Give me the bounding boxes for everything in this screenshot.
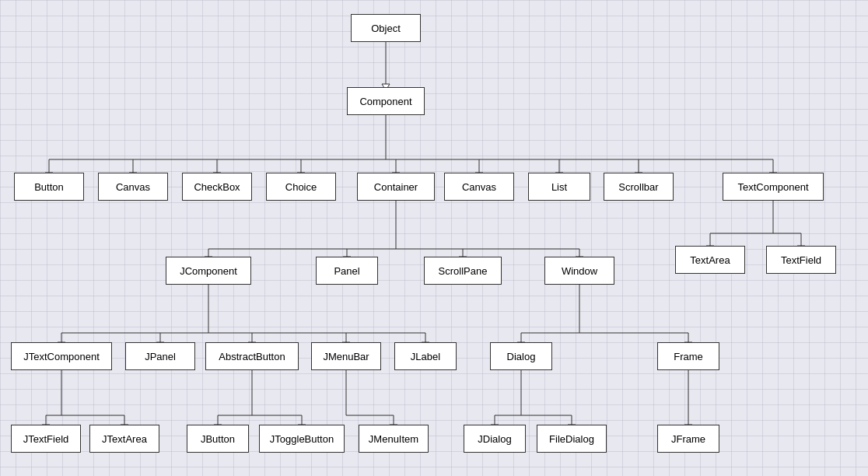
- node-jmenubar: JMenuBar: [311, 342, 381, 370]
- node-jtogglebutton: JToggleButton: [259, 425, 345, 453]
- node-jpanel: JPanel: [125, 342, 195, 370]
- node-container: Container: [357, 173, 435, 201]
- node-jbutton: JButton: [187, 425, 249, 453]
- node-jmenuitem: JMenuItem: [359, 425, 429, 453]
- node-textcomponent: TextComponent: [723, 173, 824, 201]
- node-canvas2: Canvas: [444, 173, 514, 201]
- node-dialog: Dialog: [490, 342, 552, 370]
- node-canvas1: Canvas: [98, 173, 168, 201]
- node-scrollpane: ScrollPane: [424, 257, 502, 285]
- node-jframe: JFrame: [657, 425, 719, 453]
- node-jcomponent: JComponent: [166, 257, 251, 285]
- node-window: Window: [544, 257, 614, 285]
- node-jtextcomponent: JTextComponent: [11, 342, 112, 370]
- node-object: Object: [351, 14, 421, 42]
- node-frame: Frame: [657, 342, 719, 370]
- node-textfield: TextField: [766, 246, 836, 274]
- node-abstractbutton: AbstractButton: [205, 342, 299, 370]
- node-jtextarea: JTextArea: [89, 425, 159, 453]
- node-filedialog: FileDialog: [537, 425, 607, 453]
- node-textarea: TextArea: [675, 246, 745, 274]
- node-component: Component: [347, 87, 425, 115]
- node-checkbox: CheckBox: [182, 173, 252, 201]
- node-list: List: [528, 173, 590, 201]
- node-panel: Panel: [316, 257, 378, 285]
- class-diagram: ObjectComponentButtonCanvasCheckBoxChoic…: [0, 0, 868, 476]
- node-button: Button: [14, 173, 84, 201]
- node-jtextfield: JTextField: [11, 425, 81, 453]
- node-choice: Choice: [266, 173, 336, 201]
- node-jdialog: JDialog: [464, 425, 526, 453]
- node-scrollbar: Scrollbar: [604, 173, 674, 201]
- arrows-svg: [0, 0, 868, 476]
- node-jlabel: JLabel: [394, 342, 457, 370]
